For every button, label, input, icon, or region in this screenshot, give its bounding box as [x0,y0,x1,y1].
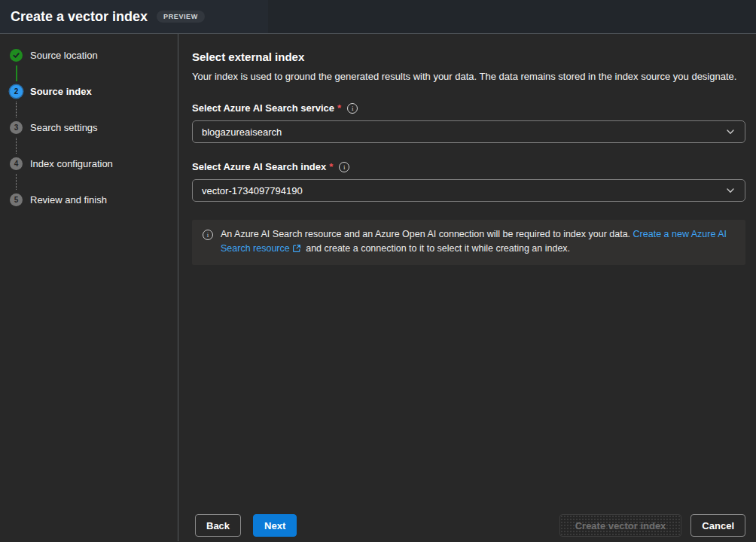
step-number-icon: 3 [10,121,23,134]
wizard-steps-sidebar: Source location 2 Source index 3 Search … [0,34,178,541]
banner-text-after: and create a connection to it to select … [303,243,570,254]
footer-right-actions: Create vector index Cancel [559,514,745,537]
next-button[interactable]: Next [253,514,297,537]
step-number-icon: 4 [10,157,23,170]
banner-text-before: An Azure AI Search resource and an Azure… [221,229,633,239]
step-number-icon: 5 [10,193,23,206]
dialog-header: Create a vector index PREVIEW [0,0,756,34]
section-description: Your index is used to ground the generat… [192,69,745,84]
check-circle-icon [10,49,23,62]
step-source-index[interactable]: 2 Source index [0,85,178,98]
step-connector [16,138,17,154]
external-link-icon[interactable] [292,243,301,257]
step-connector [16,102,17,117]
page-title: Create a vector index [11,9,148,25]
footer-actions: Back Next Create vector index Cancel [195,514,745,537]
step-source-location[interactable]: Source location [0,49,178,62]
step-number-icon: 2 [10,85,23,98]
section-heading: Select external index [192,50,745,63]
step-connector [16,65,17,81]
cancel-button[interactable]: Cancel [690,514,745,537]
step-connector [16,174,17,190]
info-icon: i [203,230,213,240]
step-search-settings[interactable]: 3 Search settings [0,121,178,134]
main-panel: Select external index Your index is used… [178,34,756,541]
required-asterisk: * [329,161,333,172]
step-label: Index configuration [30,158,113,169]
chevron-down-icon [725,126,736,137]
info-banner-text: An Azure AI Search resource and an Azure… [221,227,736,257]
index-field-label: Select Azure AI Search index [192,161,326,172]
step-review-and-finish[interactable]: 5 Review and finish [0,193,178,206]
index-field-label-row: Select Azure AI Search index * i [192,161,745,172]
preview-badge: PREVIEW [157,11,205,23]
chevron-down-icon [725,185,736,196]
back-button[interactable]: Back [195,514,241,537]
service-field-label: Select Azure AI Search service [192,102,334,114]
create-vector-index-button[interactable]: Create vector index [559,514,682,537]
step-label: Source index [30,86,92,97]
search-service-select[interactable]: blogazureaisearch [192,120,745,143]
search-index-select-value: vector-1734097794190 [202,185,725,196]
step-label: Review and finish [30,194,107,206]
step-label: Source location [30,50,98,61]
info-icon[interactable]: i [347,103,358,114]
info-icon[interactable]: i [339,162,349,172]
step-label: Search settings [30,122,98,133]
step-index-configuration[interactable]: 4 Index configuration [0,157,178,170]
search-service-select-value: blogazureaisearch [202,126,725,138]
info-banner: i An Azure AI Search resource and an Azu… [192,220,745,265]
search-index-select[interactable]: vector-1734097794190 [192,179,745,202]
required-asterisk: * [337,102,341,114]
service-field-label-row: Select Azure AI Search service * i [192,102,745,114]
